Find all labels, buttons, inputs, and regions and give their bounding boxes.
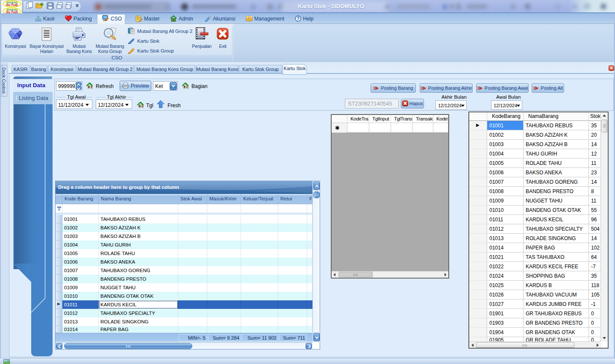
svg-text:?: ? [297, 16, 299, 21]
svg-text:Ibu Pudji: Ibu Pudji [6, 3, 18, 7]
